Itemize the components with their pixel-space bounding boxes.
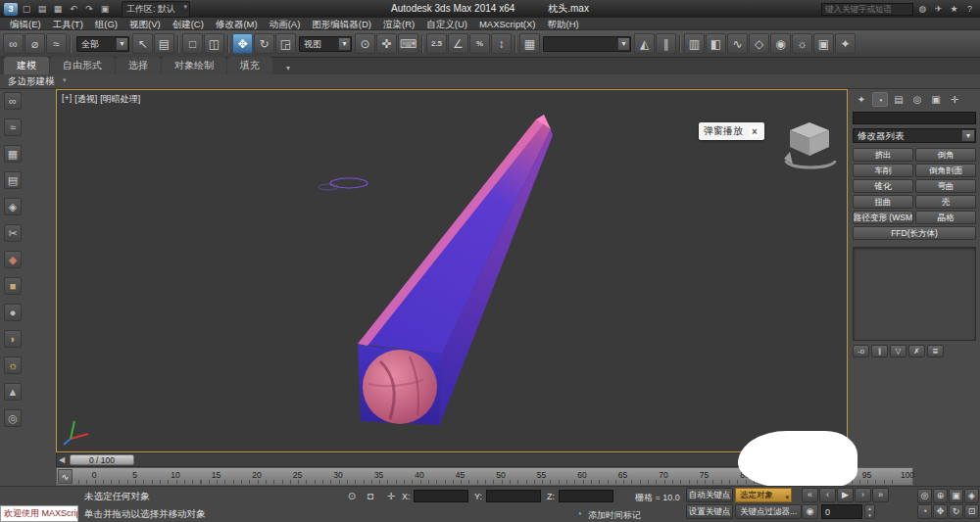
material-editor-icon[interactable]: ◉ <box>770 33 791 54</box>
modifier-button[interactable]: 挤出 <box>853 148 913 162</box>
y-coordinate-field[interactable] <box>486 490 541 502</box>
viewport-shading-label[interactable]: [明暗处理] <box>100 93 140 106</box>
modifier-button[interactable]: 锥化 <box>853 179 913 193</box>
ribbon-tab[interactable]: 对象绘制 <box>162 57 226 74</box>
angle-snap-icon[interactable]: ∠ <box>448 33 468 54</box>
window-crossing-icon[interactable]: ◫ <box>204 33 224 54</box>
tab-display[interactable]: ▣ <box>928 92 944 107</box>
menu-item[interactable]: 修改器(M) <box>210 18 264 30</box>
left-dock-light-icon[interactable]: ☼ <box>4 356 22 374</box>
object-name-field[interactable] <box>853 112 976 124</box>
time-slider[interactable]: ◀ 0 / 100 <box>56 452 848 467</box>
frame-spinner[interactable]: ▴ ▾ <box>864 504 875 519</box>
app-menu-button[interactable]: 3 <box>4 3 18 16</box>
popup-play-label[interactable]: 弹窗播放 <box>704 124 743 138</box>
left-dock-link-icon[interactable]: ∞ <box>4 92 22 110</box>
bind-to-space-warp-icon[interactable]: ≈ <box>46 33 67 54</box>
open-file-icon[interactable]: ▤ <box>35 3 49 16</box>
ribbon-tab[interactable]: 填充 <box>227 57 272 74</box>
select-and-link-icon[interactable]: ∞ <box>3 33 24 54</box>
new-scene-icon[interactable]: ▢ <box>20 3 33 16</box>
zoom-all-icon[interactable]: ⊕ <box>933 489 948 503</box>
set-key-button[interactable]: 设置关键点 <box>686 504 733 519</box>
save-file-icon[interactable]: ▦ <box>51 3 65 16</box>
undo-icon[interactable]: ↶ <box>67 3 80 16</box>
time-slider-handle[interactable]: 0 / 100 <box>70 454 134 465</box>
pan-icon[interactable]: ✥ <box>933 504 948 519</box>
popup-play-overlay[interactable]: 弹窗播放 × <box>699 122 764 140</box>
menu-item[interactable]: 工具(T) <box>47 18 89 30</box>
field-of-view-icon[interactable]: ◔ <box>917 504 932 519</box>
select-object-icon[interactable]: ↖ <box>132 33 153 54</box>
workspace-dropdown[interactable]: 工作区: 默认 <box>122 1 190 18</box>
menu-item[interactable]: 创建(C) <box>167 18 210 30</box>
left-dock-teapot-icon[interactable]: ◗ <box>4 330 22 348</box>
percent-snap-icon[interactable]: % <box>469 33 490 54</box>
spinner-down-icon[interactable]: ▾ <box>865 512 874 519</box>
viewcube[interactable] <box>784 122 835 167</box>
snaps-toggle-icon[interactable]: 2.5 <box>426 33 447 54</box>
align-icon[interactable]: ∥ <box>656 33 676 54</box>
left-dock-shape-icon[interactable]: ◈ <box>4 198 22 215</box>
ribbon-tab[interactable]: 建模 <box>4 57 49 74</box>
tab-motion[interactable]: ◎ <box>909 92 925 107</box>
zoom-extents-all-icon[interactable]: ◈ <box>964 489 979 503</box>
z-coordinate-field[interactable] <box>559 490 613 502</box>
modifier-button[interactable]: 倒角 <box>915 148 976 162</box>
viewport-canvas[interactable] <box>57 90 847 451</box>
key-mode-toggle-icon[interactable]: ◉ <box>802 504 818 519</box>
modifier-button[interactable]: 弯曲 <box>915 179 976 193</box>
left-dock-marker-icon[interactable]: ◆ <box>4 251 22 268</box>
selection-filter-dropdown[interactable]: 全部 <box>76 36 129 52</box>
render-setup-icon[interactable]: ☼ <box>792 33 812 54</box>
select-by-name-icon[interactable]: ▤ <box>154 33 174 54</box>
mirror-icon[interactable]: ◭ <box>634 33 655 54</box>
menu-item[interactable]: 编辑(E) <box>4 18 47 30</box>
modifier-button[interactable]: FFD(长方体) <box>853 226 976 240</box>
select-and-scale-icon[interactable]: ◲ <box>275 33 296 54</box>
schematic-view-icon[interactable]: ◇ <box>749 33 769 54</box>
tab-modify[interactable]: ◔ <box>872 92 888 107</box>
zoom-icon[interactable]: ◎ <box>917 489 932 503</box>
menu-item[interactable]: 视图(V) <box>123 18 167 30</box>
remove-modifier-icon[interactable]: ✗ <box>908 345 925 357</box>
time-tag-icon[interactable]: ◔ <box>572 507 586 521</box>
orbit-icon[interactable]: ↻ <box>949 504 963 519</box>
polygon-modeling-panel-label[interactable]: 多边形建模 <box>8 75 67 88</box>
edit-named-selection-sets-icon[interactable]: ▦ <box>519 33 540 54</box>
tab-utilities[interactable]: ✛ <box>947 92 962 107</box>
zoom-extents-icon[interactable]: ▣ <box>949 489 963 503</box>
configure-modifier-sets-icon[interactable]: ≣ <box>927 345 944 357</box>
named-selection-sets-dropdown[interactable] <box>543 36 631 52</box>
viewport-view-label[interactable]: [透视] <box>74 93 97 106</box>
selected-set-dropdown[interactable]: 选定对象 <box>735 488 792 502</box>
auto-key-button[interactable]: 自动关键点 <box>686 488 733 502</box>
maximize-viewport-toggle-icon[interactable]: ⊡ <box>964 504 979 519</box>
rectangular-selection-region-icon[interactable]: □ <box>182 33 203 54</box>
go-to-end-button[interactable]: » <box>872 488 889 502</box>
menu-item[interactable]: 渲染(R) <box>377 18 420 30</box>
menu-item[interactable]: 帮助(H) <box>541 18 584 30</box>
help-icon[interactable]: ? <box>963 4 976 14</box>
modifier-list-dropdown[interactable]: 修改器列表 <box>853 128 976 143</box>
ribbon-minimize-icon[interactable]: ▾ <box>281 62 295 74</box>
viewport-menu-plus[interactable]: [+] <box>62 93 72 106</box>
modifier-button[interactable]: 扭曲 <box>853 195 913 209</box>
menu-item[interactable]: 组(G) <box>89 18 123 30</box>
left-dock-cut-icon[interactable]: ✂ <box>4 224 22 242</box>
current-frame-field[interactable] <box>821 504 862 519</box>
pin-stack-icon[interactable]: -o <box>853 345 869 357</box>
pillow-loft-object[interactable] <box>358 115 553 426</box>
make-unique-icon[interactable]: ▽ <box>890 345 906 357</box>
modifier-button[interactable]: 路径变形 (WSM) <box>853 211 913 224</box>
redo-icon[interactable]: ↷ <box>82 3 96 16</box>
mini-curve-editor-icon[interactable]: ∿ <box>58 469 73 484</box>
play-animation-button[interactable]: ▶ <box>837 488 854 502</box>
unlink-selection-icon[interactable]: ⌀ <box>24 33 45 54</box>
previous-frame-button[interactable]: ‹ <box>819 488 836 502</box>
modifier-button[interactable]: 壳 <box>915 195 976 209</box>
use-pivot-point-center-icon[interactable]: ⊙ <box>355 33 375 54</box>
menu-item[interactable]: MAXScript(X) <box>473 18 542 30</box>
absolute-mode-toggle-icon[interactable]: ✛ <box>384 490 398 503</box>
modifier-button[interactable]: 倒角剖面 <box>915 164 976 177</box>
